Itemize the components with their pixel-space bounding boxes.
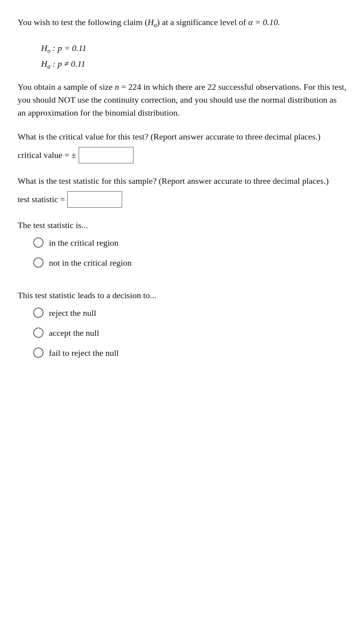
critical-value-question: What is the critical value for this test… bbox=[18, 130, 346, 143]
hypotheses-block: Ho : p = 0.11 Ha : p ≠ 0.11 bbox=[41, 41, 346, 72]
null-hypothesis: Ho : p = 0.11 bbox=[41, 41, 346, 56]
critical-value-input-row: critical value = ± bbox=[18, 147, 346, 163]
radio-circle-accept[interactable] bbox=[33, 328, 43, 338]
radio-label-accept: accept the null bbox=[49, 326, 99, 339]
sample-description: You obtain a sample of size n = 224 in w… bbox=[18, 80, 346, 119]
radio-circle-not-critical[interactable] bbox=[33, 257, 43, 268]
critical-value-input[interactable] bbox=[79, 147, 133, 163]
decision-section: This test statistic leads to a decision … bbox=[18, 289, 346, 359]
alt-hypothesis: Ha : p ≠ 0.11 bbox=[41, 56, 346, 72]
critical-value-section: What is the critical value for this test… bbox=[18, 130, 346, 163]
radio-label-in-critical: in the critical region bbox=[49, 236, 119, 249]
alpha-expr: α = 0.10. bbox=[248, 17, 280, 27]
critical-value-label: critical value = ± bbox=[18, 149, 76, 161]
decision-radio-group: reject the null accept the null fail to … bbox=[18, 306, 346, 359]
radio-circle-in-critical[interactable] bbox=[33, 237, 43, 248]
decision-intro-text: This test statistic leads to a decision … bbox=[18, 289, 346, 302]
radio-label-not-critical: not in the critical region bbox=[49, 256, 132, 269]
test-statistic-section: What is the test statistic for this samp… bbox=[18, 174, 346, 208]
radio-accept-null[interactable]: accept the null bbox=[33, 326, 346, 339]
intro-text-1: You wish to test the following claim (Ha… bbox=[18, 17, 280, 27]
radio-circle-fail[interactable] bbox=[33, 348, 43, 358]
radio-not-critical-region[interactable]: not in the critical region bbox=[33, 256, 346, 269]
test-stat-input-row: test statistic = bbox=[18, 191, 346, 208]
radio-fail-reject-null[interactable]: fail to reject the null bbox=[33, 346, 346, 359]
ha-inline: Ha bbox=[148, 17, 157, 27]
radio-in-critical-region[interactable]: in the critical region bbox=[33, 236, 346, 249]
region-intro-text: The test statistic is... bbox=[18, 219, 346, 232]
test-stat-label: test statistic = bbox=[18, 193, 65, 206]
radio-reject-null[interactable]: reject the null bbox=[33, 306, 346, 319]
radio-label-fail: fail to reject the null bbox=[49, 346, 119, 359]
test-stat-input[interactable] bbox=[67, 191, 122, 208]
test-stat-question: What is the test statistic for this samp… bbox=[18, 174, 346, 187]
radio-label-reject: reject the null bbox=[49, 306, 96, 319]
region-radio-group: in the critical region not in the critic… bbox=[18, 236, 346, 269]
radio-circle-reject[interactable] bbox=[33, 308, 43, 318]
intro-paragraph: You wish to test the following claim (Ha… bbox=[18, 16, 346, 30]
region-section: The test statistic is... in the critical… bbox=[18, 219, 346, 269]
